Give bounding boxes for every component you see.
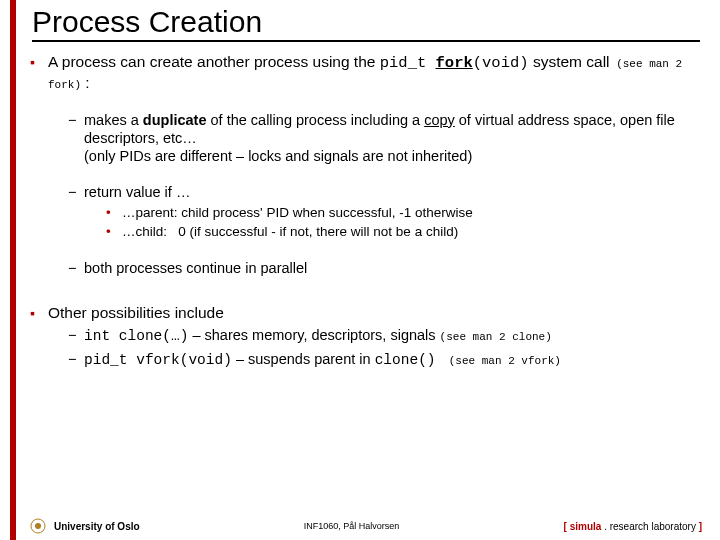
text-underline: copy [424,112,455,128]
simula-label: simula [570,521,602,532]
text: 0 (if successful - if not, there will no… [178,224,458,239]
text: – shares memory, descriptors, signals [188,327,439,343]
footer: University of Oslo INF1060, Pål Halvorse… [0,518,720,534]
text: system call [529,53,610,70]
text: …child: [122,224,178,239]
slide-title: Process Creation [32,6,700,42]
text: both processes continue in parallel [84,260,307,276]
slide-container: Process Creation A process can create an… [0,0,720,540]
text: return value if … [84,184,190,200]
code: int clone(…) [84,328,188,344]
bullet-other: Other possibilities include int clone(…)… [30,303,700,369]
code: pid_t vfork(void) [84,352,232,368]
bullet-vfork: pid_t vfork(void) – suspends parent in c… [68,350,700,369]
text-bold: duplicate [143,112,207,128]
text: of the calling process including a [207,112,425,128]
bullet-clone: int clone(…) – shares memory, descriptor… [68,326,700,345]
bullet-parallel: both processes continue in parallel [68,259,700,277]
footer-center: INF1060, Pål Halvorsen [304,521,400,531]
man-note: (see man 2 clone) [440,331,552,343]
footer-left: University of Oslo [30,518,140,534]
bullet-child: …child: 0 (if successful - if not, there… [106,224,700,241]
text: (only PIDs are different – locks and sig… [84,148,472,164]
man-note: (see man 2 vfork) [436,355,561,367]
bracket-right: ] [696,521,702,532]
bullet-list-lvl2: int clone(…) – shares memory, descriptor… [48,326,700,368]
bullet-list-lvl1: A process can create another process usi… [30,52,700,369]
code: (void) [473,54,529,72]
crest-icon [30,518,46,534]
text: A process can create another process usi… [48,53,380,70]
bullet-fork: A process can create another process usi… [30,52,700,278]
bullet-parent: …parent: child process' PID when success… [106,205,700,222]
accent-bar [10,0,16,540]
bullet-list-lvl3: …parent: child process' PID when success… [84,205,700,241]
bullet-return-value: return value if … …parent: child process… [68,183,700,241]
footer-right: [ simula . research laboratory ] [564,521,702,532]
text: makes a [84,112,143,128]
text: – suspends parent in [232,351,375,367]
code-fork: fork [436,54,473,72]
svg-point-1 [35,523,41,529]
code: clone() [375,352,436,368]
research-lab-label: . research laboratory [601,521,696,532]
slide-body: A process can create another process usi… [30,52,700,369]
bullet-duplicate: makes a duplicate of the calling process… [68,111,700,165]
text: : [81,74,90,91]
title-wrap: Process Creation [32,6,700,42]
code: pid_t [380,54,436,72]
text: Other possibilities include [48,304,224,321]
university-label: University of Oslo [54,521,140,532]
bullet-list-lvl2: makes a duplicate of the calling process… [48,111,700,277]
text: …parent: child process' PID when success… [122,205,473,220]
